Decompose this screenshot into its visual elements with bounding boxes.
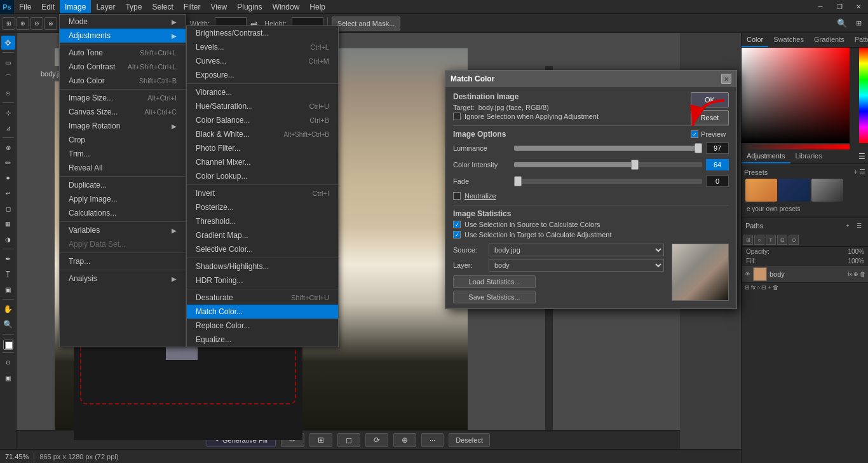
menu-help[interactable]: Help (304, 0, 330, 13)
preset-warm[interactable] (745, 179, 777, 202)
clone-tool[interactable]: ✦ (1, 171, 15, 185)
tab-swatches[interactable]: Swatches (768, 33, 809, 47)
adj-color-balance[interactable]: Color Balance... Ctrl+B (187, 113, 338, 127)
screen-mode-button[interactable]: ▣ (1, 371, 15, 385)
adj-photo-filter[interactable]: Photo Filter... (187, 141, 338, 155)
menu-trim[interactable]: Trim... (60, 147, 186, 161)
gradient-tool[interactable]: ▦ (1, 217, 15, 231)
color-intensity-thumb[interactable] (631, 160, 639, 170)
adj-hdr-toning[interactable]: HDR Toning... (187, 273, 338, 287)
source-select[interactable]: body.jpg (489, 244, 664, 256)
menu-file[interactable]: File (14, 0, 36, 13)
adj-black-white[interactable]: Black & White... Alt+Shift+Ctrl+B (187, 127, 338, 141)
menu-mode[interactable]: Mode ▶ (60, 15, 186, 29)
more-options-button[interactable]: ··· (421, 433, 444, 447)
layer-mask-button[interactable]: ⊕ (853, 271, 858, 277)
transform-button[interactable]: ◻ (337, 433, 360, 447)
healing-tool[interactable]: ⊕ (1, 141, 15, 155)
path-tool-2[interactable]: ○ (754, 235, 764, 245)
tab-gradients[interactable]: Gradients (809, 33, 850, 47)
minimize-button[interactable]: ─ (811, 0, 830, 14)
adj-color-lookup[interactable]: Color Lookup... (187, 169, 338, 183)
layer-delete[interactable]: 🗑 (773, 284, 778, 291)
history-brush-tool[interactable]: ↩ (1, 186, 15, 200)
adj-exposure[interactable]: Exposure... (187, 68, 338, 82)
path-tool-4[interactable]: ⊟ (777, 235, 787, 245)
ignore-row[interactable]: Ignore Selection when Applying Adjustmen… (453, 113, 729, 120)
menu-auto-tone[interactable]: Auto Tone Shift+Ctrl+L (60, 46, 186, 60)
path-tool-5[interactable]: ⊙ (789, 235, 799, 245)
adj-invert[interactable]: Invert Ctrl+I (187, 186, 338, 200)
zoom-tool[interactable]: 🔍 (1, 317, 15, 331)
luminance-slider[interactable] (514, 146, 702, 151)
quick-mask-button[interactable]: ⊙ (1, 356, 15, 370)
menu-duplicate[interactable]: Duplicate... (60, 178, 186, 192)
presets-grid-button[interactable]: ☰ (859, 168, 865, 176)
adj-match-color[interactable]: Match Color... (187, 305, 338, 319)
use-target-row[interactable]: ✓ Use Selection in Target to Calculate A… (453, 231, 729, 238)
fade-thumb[interactable] (514, 176, 522, 186)
search-button[interactable]: 🔍 (835, 17, 849, 31)
fade-slider[interactable] (514, 179, 702, 184)
path-add-button[interactable]: + (843, 221, 853, 231)
alpha-slider[interactable] (742, 144, 850, 149)
preview-checkbox[interactable]: ✓ (691, 130, 698, 138)
neutralize-checkbox[interactable] (453, 192, 461, 200)
path-grid-button[interactable]: ☰ (854, 221, 864, 231)
select-mask-button[interactable]: Select and Mask... (332, 17, 401, 31)
move-tool[interactable]: ✥ (1, 36, 15, 50)
menu-variables[interactable]: Variables ▶ (60, 223, 186, 237)
eyedropper-tool[interactable]: ⊿ (1, 121, 15, 135)
tab-patterns[interactable]: Patterns (850, 33, 868, 47)
deselect-button[interactable]: Deselect (449, 433, 490, 447)
layer-link-button[interactable]: ⊞ (745, 284, 750, 291)
preview-checkbox-row[interactable]: ✓ Preview (691, 130, 729, 138)
use-source-row[interactable]: ✓ Use Selection in Source to Calculate C… (453, 221, 729, 228)
text-tool[interactable]: T (1, 267, 15, 281)
close-button[interactable]: ✕ (849, 0, 868, 14)
menu-image-rotation[interactable]: Image Rotation ▶ (60, 119, 186, 133)
hand-tool[interactable]: ✋ (1, 302, 15, 316)
hue-slider[interactable] (859, 48, 868, 143)
reset-button[interactable]: Reset (691, 110, 729, 125)
crop-tool[interactable]: ⊹ (1, 106, 15, 120)
menu-apply-image[interactable]: Apply Image... (60, 192, 186, 206)
toolbar-new-selection[interactable]: ⊞ (3, 17, 15, 30)
menu-trap[interactable]: Trap... (60, 254, 186, 268)
menu-select[interactable]: Select (147, 0, 178, 13)
toolbar-subtract-selection[interactable]: ⊖ (31, 17, 43, 30)
shape-tool[interactable]: ▣ (1, 282, 15, 296)
adj-desaturate[interactable]: Desaturate Shift+Ctrl+U (187, 291, 338, 305)
adj-threshold[interactable]: Threshold... (187, 214, 338, 228)
layer-new[interactable]: + (768, 284, 771, 291)
preset-bw[interactable] (811, 179, 843, 202)
adj-levels[interactable]: Levels... Ctrl+L (187, 40, 338, 54)
magic-wand-tool[interactable]: ⍟ (1, 86, 15, 100)
menu-adjustments[interactable]: Adjustments ▶ (60, 29, 186, 43)
add-preset-button[interactable]: + (854, 168, 858, 176)
toolbar-intersect-selection[interactable]: ⊗ (44, 17, 57, 30)
adj-hue-sat[interactable]: Hue/Saturation... Ctrl+U (187, 99, 338, 113)
menu-edit[interactable]: Edit (36, 0, 60, 13)
frame-button[interactable]: ⊞ (851, 17, 865, 31)
eraser-tool[interactable]: ◻ (1, 202, 15, 216)
adj-brightness[interactable]: Brightness/Contrast... (187, 26, 338, 40)
menu-calculations[interactable]: Calculations... (60, 206, 186, 220)
menu-crop[interactable]: Crop (60, 133, 186, 147)
layer-select[interactable]: body (489, 259, 664, 272)
adj-shadows-highlights[interactable]: Shadows/Highlights... (187, 259, 338, 273)
layer-add-mask[interactable]: ○ (757, 284, 760, 291)
menu-layer[interactable]: Layer (91, 0, 120, 13)
fade-value[interactable]: 0 (706, 176, 729, 187)
load-statistics-button[interactable]: Load Statistics... (453, 275, 536, 288)
use-target-checkbox[interactable]: ✓ (453, 231, 461, 238)
layer-group[interactable]: ⊟ (761, 284, 766, 291)
filter-options-button[interactable]: ⊕ (393, 433, 416, 447)
menu-plugins[interactable]: Plugins (232, 0, 267, 13)
maximize-button[interactable]: ❐ (830, 0, 849, 14)
use-source-checkbox[interactable]: ✓ (453, 221, 461, 228)
tab-adjustments[interactable]: Adjustments (742, 149, 790, 163)
menu-filter[interactable]: Filter (179, 0, 206, 13)
preset-cool[interactable] (778, 179, 810, 202)
brush-tool[interactable]: ✏ (1, 156, 15, 170)
